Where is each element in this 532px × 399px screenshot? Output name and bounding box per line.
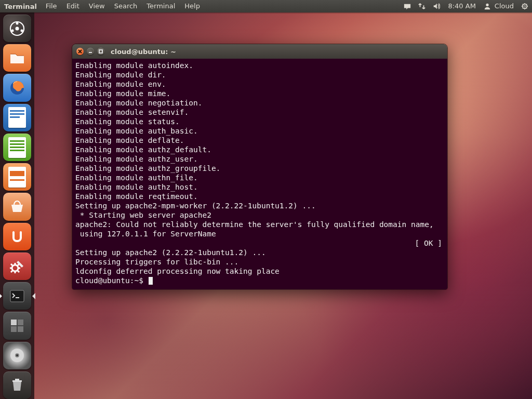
shutdown-indicator-icon[interactable] — [517, 3, 532, 10]
window-close-button[interactable] — [76, 48, 84, 55]
terminal-line: Enabling module authz_host. — [75, 182, 444, 192]
menu-file[interactable]: File — [41, 0, 62, 12]
svg-point-8 — [12, 265, 18, 271]
window-titlebar[interactable]: cloud@ubuntu: ~ — [72, 44, 447, 59]
menu-help[interactable]: Help — [180, 0, 205, 12]
svg-rect-10 — [11, 320, 17, 325]
svg-point-3 — [16, 22, 19, 24]
terminal-line: Enabling module autoindex. — [75, 61, 444, 70]
svg-rect-13 — [18, 326, 23, 332]
launcher-impress[interactable] — [3, 163, 31, 191]
session-indicator[interactable]: Cloud — [480, 0, 517, 12]
svg-point-6 — [16, 26, 19, 30]
unity-launcher — [0, 12, 34, 399]
svg-rect-12 — [11, 326, 17, 332]
terminal-line: Setting up apache2 (2.2.22-1ubuntu1.2) .… — [75, 248, 444, 257]
svg-rect-11 — [18, 320, 23, 325]
launcher-terminal[interactable] — [3, 282, 31, 310]
terminal-ok-line: [ OK ] — [75, 238, 444, 248]
svg-rect-18 — [15, 379, 19, 380]
clock-indicator[interactable]: 8:40 AM — [444, 0, 480, 12]
terminal-line: ldconfig deferred processing now taking … — [75, 267, 444, 276]
launcher-trash[interactable] — [3, 371, 31, 399]
network-indicator-icon[interactable] — [415, 3, 429, 10]
terminal-line: Enabling module authz_default. — [75, 145, 444, 154]
terminal-line: Enabling module reqtimeout. — [75, 192, 444, 201]
svg-point-4 — [11, 29, 14, 32]
terminal-line: Enabling module env. — [75, 79, 444, 89]
window-minimize-button[interactable] — [87, 48, 94, 55]
launcher-writer[interactable] — [3, 104, 31, 131]
messaging-indicator-icon[interactable] — [400, 3, 415, 10]
menu-search[interactable]: Search — [110, 0, 142, 12]
terminal-line: Enabling module auth_basic. — [75, 126, 444, 136]
launcher-dash-home[interactable] — [3, 15, 31, 42]
terminal-line: Enabling module negotiation. — [75, 98, 444, 108]
menu-edit[interactable]: Edit — [62, 0, 84, 12]
terminal-line: Enabling module setenvif. — [75, 108, 444, 117]
terminal-line: using 127.0.1.1 for ServerName — [75, 229, 444, 238]
window-maximize-button[interactable] — [97, 48, 104, 55]
terminal-line: Enabling module dir. — [75, 70, 444, 79]
terminal-line: Enabling module status. — [75, 117, 444, 126]
terminal-line: Setting up apache2-mpm-worker (2.2.22-1u… — [75, 201, 444, 210]
launcher-firefox[interactable] — [3, 74, 31, 101]
terminal-cursor — [149, 277, 153, 285]
terminal-line: Enabling module mime. — [75, 89, 444, 98]
svg-point-5 — [21, 29, 23, 32]
active-app-title: Terminal — [0, 3, 41, 10]
launcher-workspace-switcher[interactable] — [3, 312, 31, 339]
launcher-disc[interactable] — [3, 342, 31, 369]
launcher-calc[interactable] — [3, 134, 31, 161]
menu-view[interactable]: View — [84, 0, 110, 12]
terminal-line: Processing triggers for libc-bin ... — [75, 257, 444, 267]
terminal-prompt: cloud@ubuntu:~$ — [75, 276, 148, 285]
launcher-system-settings[interactable] — [3, 252, 31, 280]
svg-rect-17 — [12, 380, 22, 382]
launcher-ubuntu-one[interactable] — [3, 223, 31, 250]
terminal-line: Enabling module authn_file. — [75, 173, 444, 182]
menu-terminal[interactable]: Terminal — [142, 0, 180, 12]
window-controls — [76, 48, 104, 55]
terminal-line: Enabling module authz_user. — [75, 154, 444, 164]
terminal-line: apache2: Could not reliably determine th… — [75, 220, 444, 229]
window-title: cloud@ubuntu: ~ — [111, 48, 176, 56]
sound-indicator-icon[interactable] — [429, 3, 444, 10]
top-menu-bar: Terminal File Edit View Search Terminal … — [0, 0, 532, 12]
svg-rect-19 — [99, 50, 102, 53]
launcher-files[interactable] — [3, 44, 31, 72]
svg-point-16 — [16, 354, 18, 356]
terminal-line: Enabling module deflate. — [75, 136, 444, 145]
running-pip-icon — [0, 294, 4, 298]
launcher-software-center[interactable] — [3, 193, 31, 220]
terminal-line: Enabling module authz_groupfile. — [75, 164, 444, 173]
terminal-output[interactable]: Enabling module autoindex.Enabling modul… — [72, 59, 447, 289]
terminal-prompt-line[interactable]: cloud@ubuntu:~$ — [75, 276, 444, 285]
svg-point-0 — [486, 4, 488, 6]
svg-rect-9 — [10, 290, 24, 302]
terminal-line: * Starting web server apache2 — [75, 210, 444, 220]
terminal-window[interactable]: cloud@ubuntu: ~ Enabling module autoinde… — [72, 44, 448, 290]
session-username: Cloud — [495, 0, 514, 12]
